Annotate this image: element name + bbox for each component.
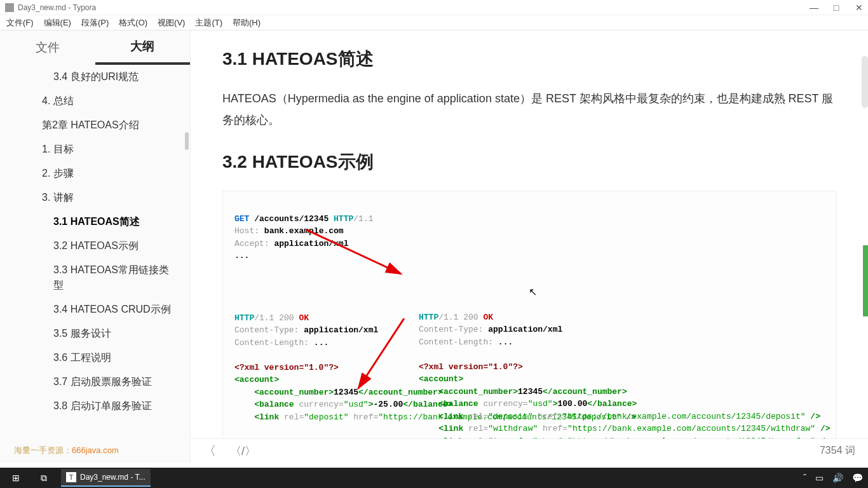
maximize-button[interactable]: □ — [832, 3, 840, 13]
tray-network-icon[interactable]: ▭ — [815, 473, 824, 483]
heading-3-2: 3.2 HATEOAS示例 — [222, 150, 836, 174]
outline-item[interactable]: 第2章 HATEOAS介绍 — [0, 113, 190, 137]
start-button[interactable]: ⊞ — [5, 469, 27, 487]
watermark: 海量一手资源：666java.com — [14, 445, 119, 456]
menu-help[interactable]: 帮助(H) — [233, 17, 261, 29]
tray-volume-icon[interactable]: 🔊 — [832, 473, 843, 483]
tab-outline[interactable]: 大纲 — [95, 30, 191, 65]
outline-item[interactable]: 3.2 HATEOAS示例 — [0, 234, 190, 258]
titlebar: Day3_new.md - Typora — □ ✕ — [0, 0, 868, 15]
outline-item[interactable]: 4. 总结 — [0, 89, 190, 113]
menubar: 文件(F) 编辑(E) 段落(P) 格式(O) 视图(V) 主题(T) 帮助(H… — [0, 15, 868, 30]
close-button[interactable]: ✕ — [855, 3, 863, 13]
tab-files[interactable]: 文件 — [0, 30, 95, 65]
editor-area[interactable]: 3.1 HATEOAS简述 HATEOAS（Hypermedia as the … — [191, 30, 868, 463]
outline-item[interactable]: 3. 讲解 — [0, 186, 190, 210]
back-button[interactable]: 〈 — [203, 442, 216, 459]
outline-item[interactable]: 3.6 工程说明 — [0, 346, 190, 370]
tray-notifications-icon[interactable]: 💬 — [852, 473, 863, 483]
minimize-button[interactable]: — — [810, 3, 817, 13]
sidebar: 文件 大纲 3.4 良好的URI规范 4. 总结 第2章 HATEOAS介绍 1… — [0, 30, 191, 463]
menu-file[interactable]: 文件(F) — [6, 17, 34, 29]
outline-item[interactable]: 3.7 启动股票服务验证 — [0, 370, 190, 394]
mouse-cursor-icon: ↖ — [529, 286, 537, 298]
editor-scrollbar[interactable] — [862, 30, 868, 463]
scrollbar-thumb[interactable] — [862, 56, 868, 108]
window-title: Day3_new.md - Typora — [18, 3, 96, 12]
outline-item-active[interactable]: 3.1 HATEOAS简述 — [0, 210, 190, 234]
taskbar-app-typora[interactable]: T Day3_new.md - T... — [61, 469, 151, 487]
outline-item[interactable]: 3.8 启动订单服务验证 — [0, 394, 190, 418]
outline-item[interactable]: 3.4 HATEOAS CRUD示例 — [0, 297, 190, 322]
outline-scrollbar-thumb[interactable] — [185, 132, 189, 150]
word-count[interactable]: 7354 词 — [820, 444, 855, 458]
menu-edit[interactable]: 编辑(E) — [44, 17, 71, 29]
scroll-marker — [863, 245, 868, 316]
menu-format[interactable]: 格式(O) — [119, 17, 147, 29]
task-view-button[interactable]: ⧉ — [33, 469, 55, 487]
outline-item[interactable]: 1. 目标 — [0, 137, 190, 161]
outline-list[interactable]: 3.4 良好的URI规范 4. 总结 第2章 HATEOAS介绍 1. 目标 2… — [0, 65, 190, 463]
statusbar: 〈 〈/〉 7354 词 — [191, 438, 868, 463]
menu-view[interactable]: 视图(V) — [158, 17, 185, 29]
paragraph: HATEOAS（Hypermedia as the engine of appl… — [222, 88, 836, 131]
tray-chevron-icon[interactable]: ˆ — [803, 473, 806, 483]
outline-item[interactable]: 3.4 良好的URI规范 — [0, 65, 190, 89]
app-icon — [5, 3, 14, 12]
outline-item[interactable]: 2. 步骤 — [0, 161, 190, 186]
outline-item[interactable]: 3.5 服务设计 — [0, 322, 190, 346]
menu-theme[interactable]: 主题(T) — [195, 17, 222, 29]
code-example-image: GET /accounts/12345 HTTP/1.1 Host: bank.… — [222, 191, 836, 463]
system-tray[interactable]: ˆ ▭ 🔊 💬 — [803, 473, 863, 483]
menu-paragraph[interactable]: 段落(P) — [81, 17, 109, 29]
heading-3-1: 3.1 HATEOAS简述 — [222, 47, 836, 71]
outline-item[interactable]: 3.3 HATEOAS常用链接类型 — [0, 258, 190, 297]
source-code-button[interactable]: 〈/〉 — [230, 444, 256, 459]
windows-taskbar: ⊞ ⧉ T Day3_new.md - T... ˆ ▭ 🔊 💬 — [0, 468, 868, 488]
